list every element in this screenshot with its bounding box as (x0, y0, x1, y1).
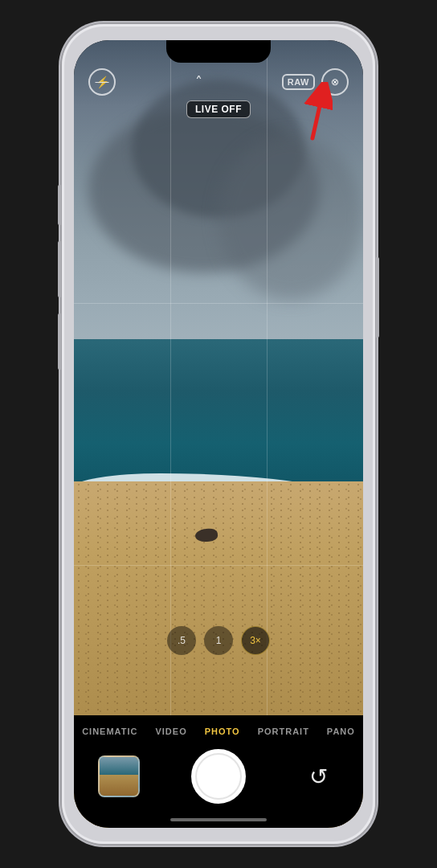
phone-frame: ⚡ ˄ RAW ⊗ LIVE (62, 24, 375, 844)
shutter-button[interactable] (191, 749, 246, 804)
photo-thumbnail[interactable] (98, 755, 140, 797)
live-off-label: LIVE OFF (195, 104, 242, 115)
raw-button[interactable]: RAW (282, 74, 315, 90)
zoom-controls: .5 1 3× (167, 626, 270, 655)
volume-up-button[interactable] (58, 241, 61, 297)
shutter-row: ↺ (74, 744, 363, 815)
shutter-inner (195, 753, 242, 800)
mode-photo[interactable]: PHOTO (205, 727, 240, 736)
power-button[interactable] (376, 257, 379, 338)
mute-button[interactable] (58, 185, 61, 225)
chevron-up-icon: ˄ (195, 74, 202, 90)
flip-camera-icon: ↺ (309, 764, 328, 790)
zoom-1x-label: 1 (216, 635, 222, 646)
zoom-3x-button[interactable]: 3× (241, 626, 270, 655)
camera-options-toggle[interactable]: ˄ (195, 73, 202, 91)
zoom-3x-label: 3× (250, 635, 261, 646)
flash-icon: ⚡ (96, 76, 109, 88)
thumbnail-sand (100, 775, 138, 796)
mode-portrait[interactable]: PORTRAIT (258, 727, 309, 736)
zoom-1x-button[interactable]: 1 (204, 626, 233, 655)
flash-button[interactable]: ⚡ (88, 68, 116, 96)
live-photo-icon: ⊗ (331, 76, 339, 88)
thumbnail-sea (100, 757, 138, 775)
zoom-0-5-label: .5 (178, 635, 186, 646)
camera-mode-selector: CINEMATIC VIDEO PHOTO PORTRAIT PANO (74, 715, 363, 744)
flip-camera-button[interactable]: ↺ (297, 755, 339, 797)
live-photo-button[interactable]: ⊗ (321, 68, 349, 96)
mode-cinematic[interactable]: CINEMATIC (82, 727, 137, 736)
raw-label: RAW (288, 77, 309, 87)
camera-controls-bottom: CINEMATIC VIDEO PHOTO PORTRAIT PANO (74, 715, 363, 828)
mode-video[interactable]: VIDEO (155, 727, 186, 736)
volume-down-button[interactable] (58, 313, 61, 370)
live-off-badge: LIVE OFF (186, 100, 251, 118)
phone-screen: ⚡ ˄ RAW ⊗ LIVE (74, 40, 363, 828)
notch (166, 40, 271, 63)
mode-pano[interactable]: PANO (327, 727, 355, 736)
zoom-0-5-button[interactable]: .5 (167, 626, 196, 655)
home-indicator-bar (170, 818, 267, 821)
camera-preview (74, 40, 363, 828)
camera-viewfinder[interactable]: ⚡ ˄ RAW ⊗ LIVE (74, 40, 363, 828)
home-indicator-area (74, 815, 363, 828)
